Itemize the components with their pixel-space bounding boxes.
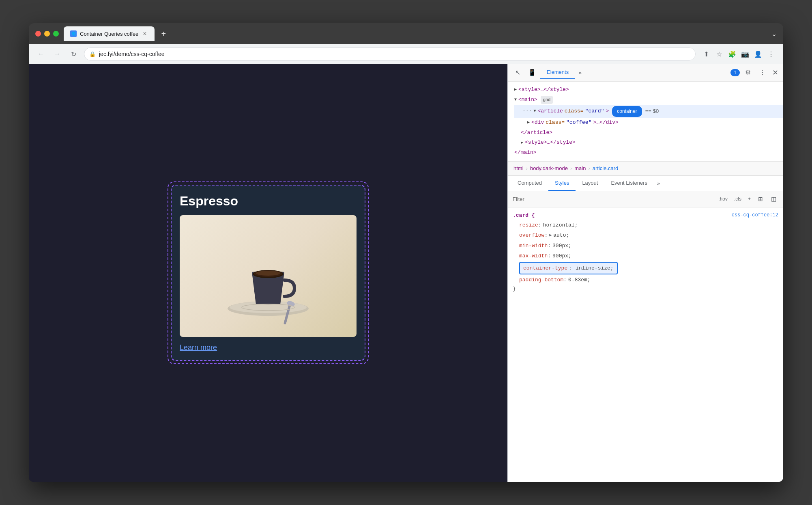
css-selector: .card { — [513, 212, 535, 218]
breadcrumb-article[interactable]: article.card — [590, 164, 621, 173]
css-prop-colon: : — [544, 231, 548, 240]
breadcrumb-body[interactable]: body.dark-mode — [528, 164, 570, 173]
tab-menu-button[interactable]: ⌄ — [771, 30, 777, 38]
css-property-min-width[interactable]: min-width : 300px; — [508, 241, 783, 251]
card-image — [180, 215, 357, 337]
dom-tag: <article — [537, 107, 563, 116]
tab-bar: 🌐 Container Queries coffee ✕ + ⌄ — [64, 26, 777, 41]
extensions-button[interactable]: 🧩 — [726, 48, 738, 60]
css-panel: .card { css-cq-coffee:12 resize : horizo… — [508, 207, 783, 482]
tab-favicon: 🌐 — [70, 30, 77, 37]
dom-line-style2[interactable]: ▶ <style>…</style> — [514, 138, 783, 148]
toolbar-icons: ⬆ ☆ 🧩 📷 👤 ⋮ — [700, 48, 777, 60]
close-traffic-light[interactable] — [35, 31, 41, 37]
traffic-lights — [35, 31, 59, 37]
dom-tag: <main> — [518, 96, 537, 104]
content-area: Espresso — [29, 64, 783, 482]
dom-more-dots[interactable]: ··· — [522, 107, 532, 116]
more-menu-button[interactable]: ⋮ — [765, 48, 777, 60]
devtools-more-tabs[interactable]: » — [575, 69, 585, 76]
dom-line-article[interactable]: ··· ▼ <article class="card"> container =… — [514, 105, 783, 118]
forward-button[interactable]: → — [52, 48, 63, 60]
maximize-traffic-light[interactable] — [53, 31, 59, 37]
devtools-more-menu-button[interactable]: ⋮ — [756, 66, 769, 79]
device-emulation-button[interactable]: 📱 — [526, 66, 539, 79]
devtools-toolbar: ↖ 📱 Elements » 1 ⚙ ⋮ ✕ — [508, 64, 783, 82]
layout-tab[interactable]: Layout — [576, 176, 604, 191]
event-listeners-tab[interactable]: Event Listeners — [604, 176, 654, 191]
url-text: jec.fyi/demo/css-cq-coffee — [99, 51, 165, 57]
share-button[interactable]: ⬆ — [700, 48, 712, 60]
reload-button[interactable]: ↻ — [68, 48, 79, 60]
svg-point-6 — [256, 271, 280, 276]
dom-line-style1[interactable]: ▶ <style>…</style> — [508, 85, 783, 95]
dom-attr-name: class= — [546, 119, 565, 127]
dom-line-div-coffee[interactable]: ▶ <div class="coffee">…</div> — [521, 118, 783, 128]
dom-tag: </main> — [514, 149, 537, 157]
css-prop-colon: : — [538, 220, 541, 230]
breadcrumb-main[interactable]: main — [572, 164, 588, 173]
collapse-triangle[interactable]: ▶ — [521, 140, 523, 146]
css-property-overflow[interactable]: overflow : ▶ auto; — [508, 230, 783, 240]
url-bar[interactable]: 🔒 jec.fyi/demo/css-cq-coffee — [84, 47, 696, 60]
cls-button[interactable]: .cls — [733, 195, 743, 203]
browser-window: 🌐 Container Queries coffee ✕ + ⌄ ← → ↻ 🔒… — [29, 23, 783, 482]
collapse-triangle[interactable]: ▼ — [514, 97, 517, 103]
copy-styles-button[interactable]: ⊞ — [756, 194, 765, 204]
container-type-highlight: container-type : inline-size; — [519, 262, 618, 274]
inspector-tool-button[interactable]: ↖ — [511, 66, 524, 79]
css-prop-value: inline-size; — [576, 263, 614, 273]
styles-tab[interactable]: Styles — [548, 176, 576, 191]
elements-tab[interactable]: Elements — [540, 66, 575, 79]
card-title: Espresso — [180, 194, 357, 209]
active-tab[interactable]: 🌐 Container Queries coffee ✕ — [64, 26, 155, 41]
dom-tag: <div — [531, 119, 544, 127]
css-property-padding-bottom[interactable]: padding-bottom : 0.83em; — [508, 275, 783, 285]
css-prop-value: auto; — [553, 231, 569, 240]
profile-button[interactable]: 👤 — [752, 48, 764, 60]
dom-attr-value: "coffee" — [566, 119, 591, 127]
devtools-settings-button[interactable]: ⚙ — [741, 66, 754, 79]
bookmark-button[interactable]: ☆ — [713, 48, 725, 60]
css-close-brace: } — [508, 285, 783, 293]
css-property-container-type[interactable]: container-type : inline-size; — [508, 261, 783, 275]
breadcrumb-html[interactable]: html — [511, 164, 526, 173]
tab-close-button[interactable]: ✕ — [142, 30, 148, 37]
card-wrapper: Espresso — [171, 185, 365, 361]
dom-line-article-close[interactable]: </article> — [514, 128, 783, 138]
minimize-traffic-light[interactable] — [44, 31, 50, 37]
css-prop-name: max-width — [519, 251, 548, 261]
dom-attr-value: "card" — [585, 107, 604, 116]
dom-tag: <style>…</style> — [518, 86, 569, 94]
devtools-badge: 1 — [730, 69, 740, 76]
overflow-triangle[interactable]: ▶ — [549, 232, 552, 239]
style-tabs-more[interactable]: » — [654, 180, 663, 186]
back-button[interactable]: ← — [35, 48, 47, 60]
toggle-sidebar-button[interactable]: ◫ — [769, 194, 778, 204]
equals-sign: == — [645, 107, 651, 116]
filter-input[interactable] — [513, 196, 713, 202]
dom-tag: </article> — [521, 129, 552, 137]
add-rule-button[interactable]: + — [746, 195, 752, 203]
computed-tab[interactable]: Computed — [511, 176, 548, 191]
css-property-resize[interactable]: resize : horizontal; — [508, 220, 783, 230]
css-prop-name: padding-bottom — [519, 275, 563, 285]
dom-tree: ▶ <style>…</style> ▼ <main> grid ··· ▼ <… — [508, 82, 783, 161]
card-learn-more-link[interactable]: Learn more — [180, 343, 357, 352]
dollar-sign: $0 — [653, 107, 659, 116]
screencapture-button[interactable]: 📷 — [739, 48, 751, 60]
css-source-link[interactable]: css-cq-coffee:12 — [732, 212, 778, 218]
container-badge[interactable]: container — [612, 106, 642, 117]
devtools-close-button[interactable]: ✕ — [771, 67, 780, 79]
grid-badge: grid — [541, 96, 553, 104]
css-property-max-width[interactable]: max-width : 900px; — [508, 251, 783, 261]
css-prop-colon: : — [548, 251, 551, 261]
collapse-triangle[interactable]: ▶ — [514, 86, 517, 93]
collapse-triangle[interactable]: ▼ — [533, 108, 536, 114]
collapse-triangle[interactable]: ▶ — [527, 119, 530, 126]
hov-button[interactable]: :hov — [717, 195, 729, 203]
dom-line-main[interactable]: ▼ <main> grid — [508, 95, 783, 105]
dom-line-main-close[interactable]: </main> — [508, 148, 783, 158]
css-prop-value: horizontal; — [543, 220, 578, 230]
new-tab-button[interactable]: + — [158, 28, 169, 39]
